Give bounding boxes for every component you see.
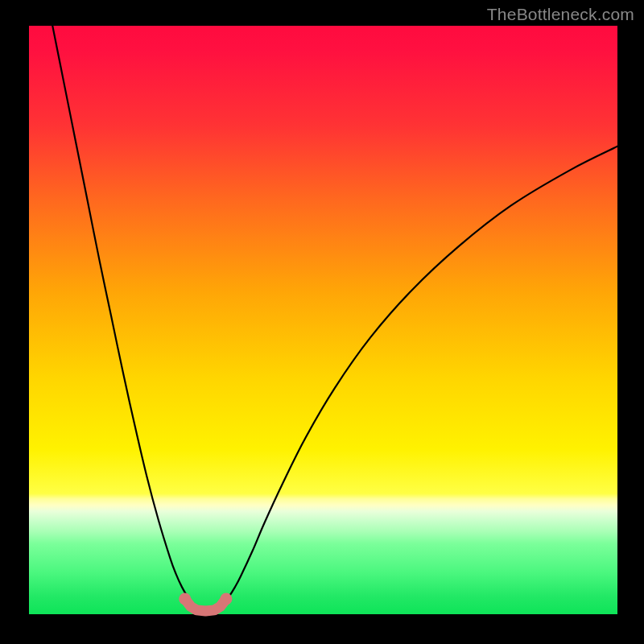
segment-end-dot [179, 592, 191, 605]
bottom-segments [179, 592, 232, 610]
chart-frame: TheBottleneck.com [0, 0, 644, 644]
bottom-sausage [185, 599, 226, 611]
left-curve [52, 26, 193, 605]
segment-end-dot [220, 592, 232, 605]
curves-svg [29, 26, 617, 614]
watermark-text: TheBottleneck.com [487, 5, 634, 24]
plot-area [29, 26, 617, 614]
right-curve [223, 147, 617, 605]
